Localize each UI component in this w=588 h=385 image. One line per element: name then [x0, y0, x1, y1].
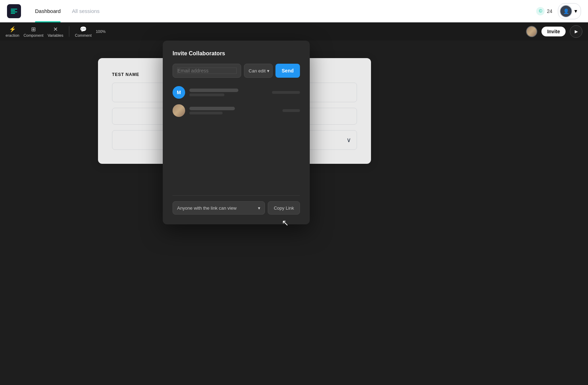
permission-dropdown[interactable]: Can edit ▾	[244, 64, 272, 78]
toolbar-btn-component[interactable]: ⊞ Component	[23, 26, 43, 37]
toolbar-btn-comment[interactable]: 💬 Comment	[75, 26, 92, 37]
toolbar-divider-1	[69, 26, 69, 37]
user-avatar: 👤	[560, 5, 572, 18]
credits-badge[interactable]: © 24	[536, 7, 552, 15]
permission-chevron-icon: ▾	[267, 68, 270, 74]
modal-spacer	[173, 125, 300, 195]
toolbar-tools-2: 💬 Comment 100%	[75, 26, 106, 37]
collaborator-role-bar-2	[282, 109, 300, 112]
toolbar-btn-zoom[interactable]: 100%	[96, 29, 106, 34]
collaborator-item: M	[173, 86, 300, 99]
credits-count: 24	[547, 8, 552, 14]
credits-icon: ©	[536, 7, 545, 15]
modal-footer: Anyone with the link can view ▾ Copy Lin…	[173, 195, 300, 215]
link-chevron-icon: ▾	[258, 205, 260, 211]
topbar: Dashboard All sessions © 24 👤 ▾	[0, 0, 588, 22]
nav-all-sessions[interactable]: All sessions	[66, 0, 105, 22]
email-input-wrapper[interactable]	[173, 64, 241, 78]
collaborator-role-bar-1	[272, 91, 300, 94]
nav-dashboard[interactable]: Dashboard	[29, 0, 66, 22]
variables-icon: ✕	[53, 26, 58, 33]
collaborator-avatar-M: M	[173, 86, 185, 99]
invite-button[interactable]: Invite	[541, 27, 566, 36]
chevron-down-icon: ∨	[346, 136, 351, 144]
interaction-icon: ⚡	[9, 26, 16, 33]
component-icon: ⊞	[31, 26, 36, 33]
email-input[interactable]	[177, 68, 237, 74]
collaborator-info-1	[189, 89, 268, 96]
modal-title: Invite Collaborators	[173, 50, 300, 57]
collaborator-name-bar-1	[189, 89, 238, 92]
send-button[interactable]: Send	[275, 64, 300, 78]
toolbar-right: Invite ▶	[526, 25, 582, 38]
toolbar-tools: ⚡ eraction ⊞ Component ✕ Variables	[6, 26, 63, 37]
collaborator-info-2	[189, 107, 278, 114]
comment-icon: 💬	[80, 26, 87, 33]
toolbar-btn-variables[interactable]: ✕ Variables	[48, 26, 63, 37]
link-option-label: Anyone with the link can view	[177, 205, 237, 211]
collaborator-list: M	[173, 86, 300, 117]
avatar-photo-placeholder	[527, 27, 537, 36]
app-logo[interactable]	[7, 4, 21, 18]
collaborator-email-bar-1	[189, 93, 224, 96]
user-icon: 👤	[563, 8, 569, 14]
top-nav: Dashboard All sessions	[29, 0, 536, 22]
dropdown-chevron-icon: ▾	[574, 8, 577, 14]
user-avatar-dropdown[interactable]: 👤 ▾	[558, 3, 581, 19]
collaborator-avatar	[526, 26, 537, 37]
invite-input-row: Can edit ▾ Send	[173, 64, 300, 78]
invite-modal: Invite Collaborators Can edit ▾ Send M	[163, 41, 310, 224]
editor-toolbar: ⚡ eraction ⊞ Component ✕ Variables 💬 Com…	[0, 22, 588, 41]
collaborator-item-2	[173, 104, 300, 117]
zoom-label: 100%	[96, 29, 106, 34]
play-icon: ▶	[575, 29, 578, 34]
permission-label: Can edit	[248, 68, 265, 74]
play-button[interactable]: ▶	[570, 25, 582, 38]
topbar-right: © 24 👤 ▾	[536, 3, 581, 19]
toolbar-btn-interaction[interactable]: ⚡ eraction	[6, 26, 19, 37]
collaborator-avatar-photo	[173, 104, 185, 117]
link-visibility-dropdown[interactable]: Anyone with the link can view ▾	[173, 201, 265, 215]
copy-link-button[interactable]: Copy Link	[268, 201, 300, 215]
collaborator-email-bar-2	[189, 112, 223, 114]
collaborator-name-bar-2	[189, 107, 235, 110]
